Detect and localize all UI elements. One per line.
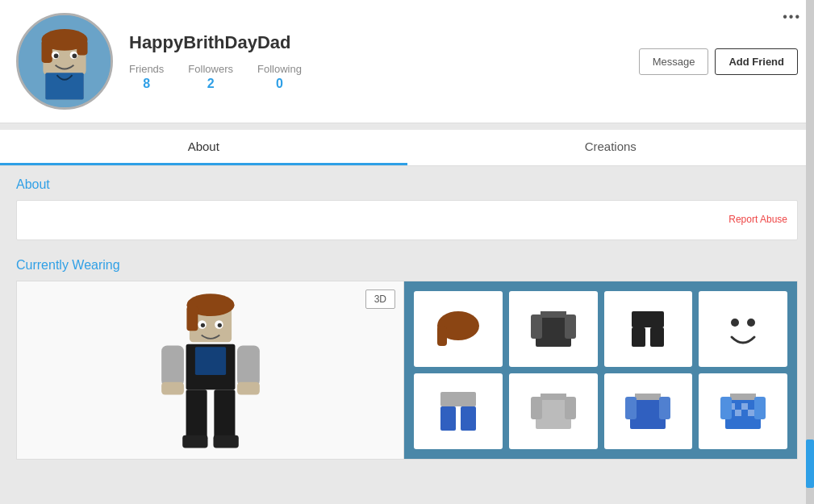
svg-rect-4 [42, 40, 52, 63]
svg-rect-51 [730, 394, 756, 400]
wearing-title: Currently Wearing [16, 258, 798, 273]
profile-card: HappyBrithDayDad Friends 8 Followers 2 F… [0, 0, 814, 123]
svg-rect-46 [565, 397, 576, 419]
svg-rect-43 [541, 394, 566, 400]
svg-point-17 [217, 323, 221, 327]
svg-rect-32 [531, 314, 542, 339]
stat-following[interactable]: Following 0 [257, 63, 302, 91]
tabs-container: About Creations [0, 130, 814, 166]
svg-rect-20 [161, 346, 184, 386]
svg-rect-30 [541, 311, 566, 318]
svg-rect-25 [214, 389, 235, 439]
svg-rect-56 [735, 410, 741, 416]
profile-actions: Message Add Friend [639, 48, 798, 75]
svg-point-16 [200, 323, 204, 327]
profile-stats: Friends 8 Followers 2 Following 0 [129, 63, 623, 91]
svg-rect-26 [182, 435, 207, 448]
svg-rect-40 [440, 392, 476, 406]
svg-rect-37 [720, 306, 766, 352]
list-item[interactable] [604, 373, 693, 449]
svg-rect-19 [194, 347, 225, 375]
svg-rect-5 [77, 40, 87, 55]
svg-rect-42 [461, 406, 476, 431]
tab-creations[interactable]: Creations [407, 130, 815, 165]
toggle-3d-button[interactable]: 3D [365, 289, 395, 309]
svg-point-8 [54, 54, 59, 59]
svg-rect-47 [635, 394, 661, 400]
about-box: Report Abuse [16, 200, 798, 240]
wearing-section: Currently Wearing 3D [0, 252, 814, 471]
list-item[interactable] [699, 373, 787, 449]
report-abuse-link[interactable]: Report Abuse [27, 214, 787, 225]
svg-rect-33 [565, 314, 576, 339]
svg-rect-27 [213, 435, 238, 448]
scrollbar[interactable] [806, 0, 814, 471]
about-title: About [16, 177, 798, 192]
list-item[interactable] [604, 291, 693, 367]
svg-point-39 [747, 319, 755, 327]
list-item[interactable] [414, 373, 503, 449]
followers-label: Followers [188, 63, 233, 75]
followers-value[interactable]: 2 [207, 77, 215, 91]
svg-rect-21 [237, 346, 260, 386]
svg-rect-34 [632, 311, 664, 327]
items-grid [404, 281, 797, 459]
message-button[interactable]: Message [639, 48, 709, 75]
svg-rect-49 [625, 397, 637, 419]
svg-rect-22 [161, 382, 184, 395]
stat-friends[interactable]: Friends 8 [129, 63, 164, 91]
svg-rect-57 [748, 410, 754, 416]
list-item[interactable] [509, 291, 598, 367]
tab-about[interactable]: About [0, 130, 407, 165]
character-3d-view [122, 289, 299, 451]
svg-rect-54 [741, 403, 748, 410]
about-section: About Report Abuse [0, 166, 814, 252]
avatar-preview: 3D [17, 281, 404, 459]
more-options-button[interactable]: ••• [783, 10, 801, 24]
following-label: Following [257, 63, 302, 75]
svg-rect-59 [754, 397, 766, 419]
svg-rect-23 [237, 382, 260, 395]
svg-rect-24 [186, 389, 207, 439]
stat-followers[interactable]: Followers 2 [188, 63, 233, 91]
following-value[interactable]: 0 [276, 77, 283, 91]
svg-rect-36 [650, 327, 664, 347]
list-item[interactable] [699, 291, 787, 367]
profile-info: HappyBrithDayDad Friends 8 Followers 2 F… [129, 32, 623, 91]
friends-value[interactable]: 8 [143, 77, 150, 91]
avatar [16, 13, 113, 110]
svg-rect-13 [186, 306, 198, 331]
profile-username: HappyBrithDayDad [129, 32, 623, 53]
svg-rect-41 [440, 406, 456, 431]
svg-point-9 [73, 54, 77, 59]
svg-rect-45 [531, 397, 542, 419]
list-item[interactable] [509, 373, 598, 449]
svg-rect-50 [659, 397, 670, 419]
add-friend-button[interactable]: Add Friend [715, 48, 798, 75]
friends-label: Friends [129, 63, 164, 75]
wearing-content: 3D [16, 281, 798, 460]
svg-point-38 [731, 319, 739, 327]
list-item[interactable] [414, 291, 503, 367]
scrollbar-thumb[interactable] [806, 439, 814, 471]
svg-rect-58 [720, 397, 732, 419]
svg-rect-10 [45, 73, 84, 99]
svg-rect-35 [632, 327, 645, 347]
svg-rect-29 [437, 326, 447, 346]
